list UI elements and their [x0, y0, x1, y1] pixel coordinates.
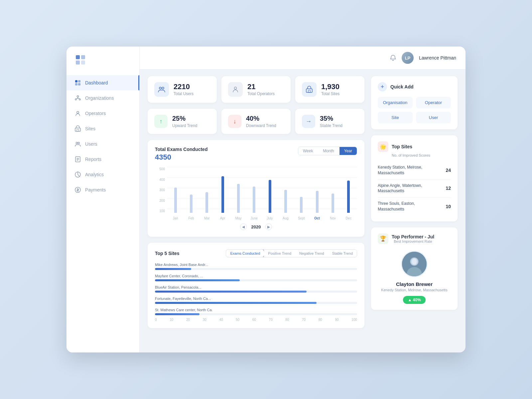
tab-exams-conducted[interactable]: Exams Conducted	[226, 249, 264, 257]
stat-info: 1,930 Total Sites	[321, 83, 339, 96]
top-site-name: Kenedy Station, Melrose, Massachusetts	[378, 165, 438, 176]
svg-rect-5	[78, 80, 80, 82]
filter-month[interactable]: Month	[318, 147, 338, 155]
chart-title: Total Exams Conducted	[155, 147, 207, 152]
tab-positive-trend[interactable]: Positive Trend	[264, 250, 295, 257]
svg-point-27	[234, 87, 237, 89]
svg-point-8	[77, 96, 79, 97]
header: LP Lawrence Pittman	[140, 47, 466, 69]
x-label-oct: Oct	[310, 216, 324, 220]
quick-add-organisation[interactable]: Organisation	[378, 97, 413, 108]
stat-number: 2210	[174, 83, 194, 90]
sidebar-item-reports[interactable]: Reports	[66, 152, 139, 167]
trend-info: 40% Downward Trend	[246, 115, 276, 128]
sidebar-item-organizations[interactable]: Organizations	[66, 90, 139, 106]
top-sites-icon: 🌟	[378, 141, 388, 152]
tab-stable-trend[interactable]: Stable Trend	[328, 250, 357, 257]
upward-arrow: ↑	[154, 115, 168, 128]
top-site-count: 24	[446, 168, 451, 173]
top-site-name: Alpine Angle, Watertown, Massachusetts	[378, 183, 438, 194]
sidebar-item-label: Operators	[85, 111, 106, 116]
bar-may	[231, 167, 245, 213]
sidebar-item-analytics[interactable]: Analytics	[66, 167, 139, 182]
x-label: Dec	[341, 216, 356, 220]
bar-rows: Mike Andrews, Joint Base Andr... Mayfare…	[155, 263, 357, 315]
sidebar-item-operators[interactable]: Operators	[66, 106, 139, 121]
sidebar-item-label: Users	[85, 141, 97, 147]
trend-label: Upward Trend	[172, 123, 197, 128]
bar-label: St. Mathews Care center, North Ca.	[155, 308, 357, 312]
app-container: Dashboard Organizations Operator	[66, 47, 466, 352]
bar-aug	[278, 167, 293, 213]
users-stat-icon-wrap	[154, 82, 169, 97]
chart-year: 2020	[251, 224, 261, 229]
sidebar-item-users[interactable]: Users	[66, 136, 139, 152]
bar-label: Fortunate, Fayetteville, North Ca...	[155, 297, 357, 301]
stat-cards: 2210 Total Users 21	[148, 76, 364, 103]
prev-year-button[interactable]: ◀	[240, 223, 247, 230]
next-year-button[interactable]: ▶	[265, 223, 272, 230]
chart-bars	[167, 167, 357, 213]
sidebar: Dashboard Organizations Operator	[66, 47, 140, 352]
bar-jan	[168, 167, 183, 213]
svg-point-17	[76, 142, 78, 144]
bar-fill	[155, 313, 200, 315]
top-sites-title: Top Sites	[392, 144, 412, 149]
trend-card-downward: ↓ 40% Downward Trend	[221, 109, 291, 134]
x-label: May	[231, 216, 245, 220]
top5-header: Top 5 Sites Exams Conducted Positive Tre…	[155, 249, 357, 257]
sidebar-item-label: Analytics	[85, 172, 104, 177]
top-site-count: 10	[446, 204, 451, 209]
sites-stat-icon	[305, 85, 313, 93]
header-username: Lawrence Pittman	[419, 55, 456, 61]
performer-avatar-svg	[402, 251, 427, 277]
bar-track	[155, 279, 357, 281]
top-sites-header: 🌟 Top Sites	[378, 141, 451, 152]
bar-row: Mayfare Center, Coronado, ...	[155, 274, 357, 281]
bar-x-axis: 0 10 20 30 40 50 60 70 80 70 80 90 100	[155, 318, 357, 322]
sidebar-item-dashboard[interactable]: Dashboard	[66, 75, 139, 90]
sidebar-item-label: Payments	[85, 187, 106, 193]
stat-card-users: 2210 Total Users	[148, 76, 217, 103]
top-site-row-1: Kenedy Station, Melrose, Massachusetts 2…	[378, 161, 451, 180]
svg-point-9	[75, 99, 76, 100]
x-label: Apr	[215, 216, 230, 220]
sites-icon	[74, 125, 81, 132]
bar-fill	[155, 291, 307, 293]
tab-negative-trend[interactable]: Negative Trend	[295, 250, 328, 257]
sidebar-item-sites[interactable]: Sites	[66, 121, 139, 136]
top5-title: Top 5 Sites	[155, 251, 180, 256]
bar-row: BlueAir Station, Pensacola...	[155, 285, 357, 293]
performer-badge-value: ▲ 40%	[408, 298, 421, 302]
top5-card: Top 5 Sites Exams Conducted Positive Tre…	[148, 243, 364, 328]
bar-fill	[155, 268, 191, 270]
filter-week[interactable]: Week	[298, 147, 318, 155]
quick-add-site[interactable]: Site	[378, 112, 413, 123]
payments-icon	[74, 187, 81, 193]
quick-add-operator[interactable]: Operator	[416, 97, 451, 108]
reports-icon	[74, 156, 81, 163]
bar-fill	[155, 302, 317, 304]
bar-row: Fortunate, Fayetteville, North Ca...	[155, 297, 357, 304]
trend-cards: ↑ 25% Upward Trend ↓ 40% Downward Trend	[148, 109, 364, 134]
chart-x-labels: Jan Feb Mar Apr May June July Aug Sept O…	[167, 216, 357, 220]
stat-label: Total Users	[174, 91, 194, 96]
x-label: Sept	[294, 216, 309, 220]
x-label: July	[263, 216, 277, 220]
sidebar-item-payments[interactable]: Payments	[66, 182, 139, 198]
bell-icon[interactable]	[390, 55, 396, 61]
bar-row: St. Mathews Care center, North Ca.	[155, 308, 357, 315]
performer-avatar-wrap	[401, 251, 428, 277]
performer-avatar	[401, 251, 428, 277]
chart-header: Total Exams Conducted 4350 Week Month Ye…	[155, 147, 357, 162]
trend-card-upward: ↑ 25% Upward Trend	[148, 109, 217, 134]
sidebar-item-label: Sites	[85, 126, 95, 131]
performer-header: 🏆 Top Performer - Jul Best Improvement R…	[378, 233, 451, 244]
stat-label: Total Operators	[247, 91, 275, 96]
filter-year[interactable]: Year	[339, 147, 357, 155]
bar-dec	[341, 167, 356, 213]
quick-add-user[interactable]: User	[416, 112, 451, 123]
trend-label: Downward Trend	[246, 123, 276, 128]
trend-number: 40%	[246, 115, 276, 122]
operators-stat-icon	[231, 85, 239, 93]
